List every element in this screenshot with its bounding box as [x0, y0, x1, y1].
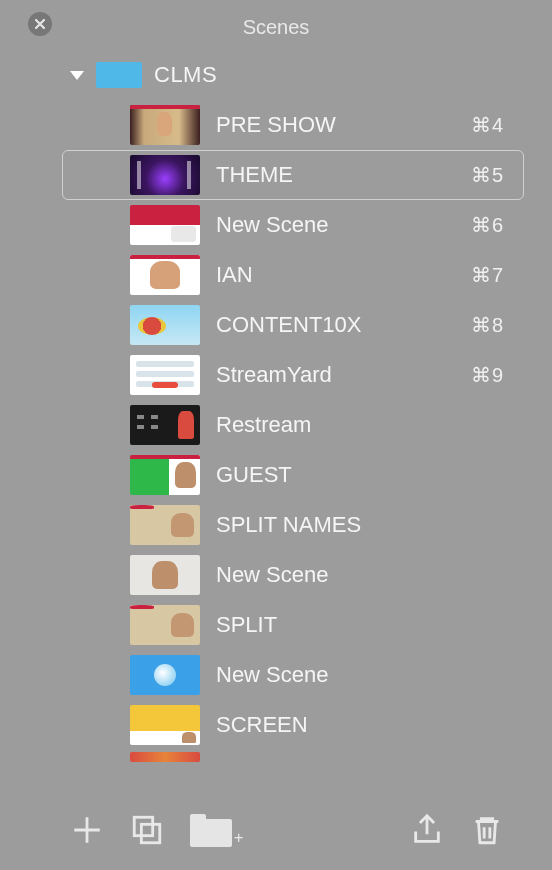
scene-thumbnail [130, 155, 200, 195]
group-row[interactable]: CLMS [0, 56, 552, 94]
scene-row[interactable]: SCREEN [0, 700, 552, 750]
scene-shortcut: ⌘9 [471, 363, 534, 387]
scene-thumbnail [130, 455, 200, 495]
group-label: CLMS [154, 62, 217, 88]
scene-thumbnail [130, 405, 200, 445]
scene-shortcut: ⌘4 [471, 113, 534, 137]
scene-row[interactable]: SPLIT NAMES [0, 500, 552, 550]
scene-label: THEME [216, 162, 455, 188]
duplicate-button[interactable] [130, 813, 164, 847]
scene-label: StreamYard [216, 362, 455, 388]
svg-rect-0 [134, 817, 152, 835]
scene-content: CLMS PRE SHOW⌘4THEME⌘5New Scene⌘6IAN⌘7CO… [0, 56, 552, 790]
group-color-swatch [96, 62, 142, 88]
scene-thumbnail [130, 255, 200, 295]
share-icon [410, 813, 444, 847]
scene-row[interactable]: New Scene [0, 550, 552, 600]
scene-label: PRE SHOW [216, 112, 455, 138]
scene-thumbnail [130, 605, 200, 645]
scene-label: CONTENT10X [216, 312, 455, 338]
toolbar: + [0, 790, 552, 870]
scene-row[interactable]: CONTENT10X⌘8 [0, 300, 552, 350]
scene-thumbnail [130, 305, 200, 345]
scene-row[interactable]: New Scene⌘6 [0, 200, 552, 250]
panel-title: Scenes [0, 16, 552, 39]
scene-thumbnail [130, 705, 200, 745]
scene-list: PRE SHOW⌘4THEME⌘5New Scene⌘6IAN⌘7CONTENT… [0, 100, 552, 764]
scene-thumbnail [130, 505, 200, 545]
scene-label: SPLIT [216, 612, 488, 638]
scene-shortcut: ⌘6 [471, 213, 534, 237]
scene-label: SPLIT NAMES [216, 512, 488, 538]
folder-icon [190, 819, 232, 847]
duplicate-icon [130, 813, 164, 847]
delete-button[interactable] [470, 813, 504, 847]
scene-label: GUEST [216, 462, 488, 488]
new-folder-button[interactable]: + [190, 813, 243, 847]
scene-shortcut: ⌘7 [471, 263, 534, 287]
scene-row[interactable]: IAN⌘7 [0, 250, 552, 300]
scene-row[interactable]: PRE SHOW⌘4 [0, 100, 552, 150]
scene-thumbnail [130, 655, 200, 695]
scene-thumbnail [130, 105, 200, 145]
scene-thumbnail [130, 555, 200, 595]
scene-row[interactable]: THEME⌘5 [0, 150, 552, 200]
scene-label: New Scene [216, 662, 488, 688]
scene-row[interactable]: GUEST [0, 450, 552, 500]
svg-rect-1 [141, 824, 159, 842]
scene-row[interactable]: StreamYard⌘9 [0, 350, 552, 400]
folder-plus-icon: + [234, 829, 243, 847]
scene-thumbnail [130, 752, 200, 762]
scene-shortcut: ⌘5 [471, 163, 534, 187]
plus-icon [70, 813, 104, 847]
share-button[interactable] [410, 813, 444, 847]
add-button[interactable] [70, 813, 104, 847]
scene-label: IAN [216, 262, 455, 288]
scene-label: Restream [216, 412, 488, 438]
trash-icon [470, 813, 504, 847]
scene-shortcut: ⌘8 [471, 313, 534, 337]
scene-label: New Scene [216, 212, 455, 238]
disclosure-triangle-icon[interactable] [70, 71, 84, 80]
scene-row[interactable] [0, 750, 552, 764]
scene-thumbnail [130, 355, 200, 395]
scene-label: New Scene [216, 562, 488, 588]
scene-row[interactable]: Restream [0, 400, 552, 450]
scene-row[interactable]: SPLIT [0, 600, 552, 650]
scene-row[interactable]: New Scene [0, 650, 552, 700]
scene-label: SCREEN [216, 712, 488, 738]
scene-thumbnail [130, 205, 200, 245]
